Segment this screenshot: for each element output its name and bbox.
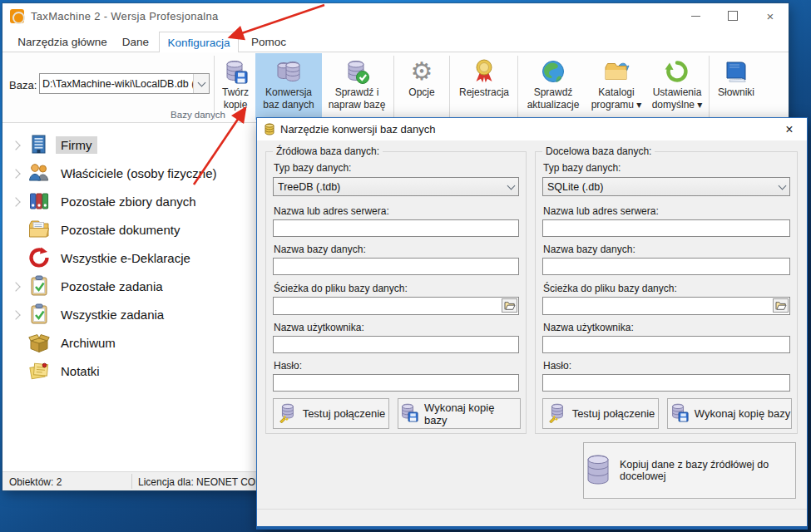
- database-selector-combobox[interactable]: D:\TaxMachine-wiki\LocalDB.db (: [39, 73, 210, 94]
- dialog-close-icon[interactable]: ×: [780, 121, 799, 139]
- source-test-connection-button[interactable]: Testuj połączenie: [273, 398, 389, 429]
- source-group-label: Źródłowa baza danych:: [273, 145, 383, 157]
- chevron-down-icon[interactable]: [193, 74, 209, 93]
- database-floppy-icon: [222, 57, 249, 86]
- database-selector-label: Baza:: [9, 79, 37, 91]
- database-check-icon: [344, 57, 370, 86]
- building-icon: [27, 133, 51, 156]
- ribbon-button-sprawdz-i-napraw-baze[interactable]: Sprawdź i napraw bazę: [324, 53, 390, 120]
- target-type-label: Typ bazy danych:: [543, 162, 621, 174]
- ribbon-button-katalogi-programu[interactable]: Katalogi programu ▾: [587, 53, 645, 120]
- book-icon: [723, 57, 749, 86]
- expand-chevron-icon[interactable]: [11, 169, 20, 178]
- source-user-label: Nazwa użytkownika:: [274, 322, 364, 333]
- chevron-down-icon[interactable]: [774, 178, 789, 195]
- source-server-input[interactable]: [273, 219, 519, 237]
- source-password-input[interactable]: [273, 374, 519, 392]
- target-path-input[interactable]: [542, 297, 790, 315]
- database-selector-value: D:\TaxMachine-wiki\LocalDB.db (: [40, 78, 193, 90]
- title-bar[interactable]: TaxMachine 2 - Wersja Profesjonalna ×: [2, 3, 789, 28]
- refresh-icon: [664, 57, 690, 86]
- ribbon-button-ustawienia-domyslne[interactable]: Ustawienia domyślne ▾: [647, 53, 707, 120]
- source-user-input[interactable]: [273, 336, 519, 353]
- ribbon-button-sprawdz-aktualizacje[interactable]: Sprawdź aktualizacje: [521, 53, 586, 120]
- archive-box-icon: [27, 331, 51, 354]
- target-path-label: Ścieżka do pliku bazy danych:: [543, 283, 677, 294]
- browse-folder-icon[interactable]: [502, 298, 517, 313]
- tree-item-pozostale-zadania[interactable]: Pozostałe zadania: [2, 273, 252, 301]
- chevron-down-icon[interactable]: [503, 178, 518, 195]
- dialog-title: Narzędzie konwersji baz danych: [280, 123, 435, 135]
- tree-item-wlasciciele[interactable]: Właściciele (osoby fizyczne): [2, 160, 252, 188]
- tab-narzedzia-glowne[interactable]: Narzędzia główne: [16, 32, 109, 52]
- tab-pomoc[interactable]: Pomoc: [242, 32, 295, 52]
- target-password-input[interactable]: [542, 374, 790, 392]
- target-type-combobox[interactable]: SQLite (.db): [542, 177, 790, 196]
- source-type-combobox[interactable]: TreeDB (.tdb): [273, 177, 519, 196]
- dialog-title-bar[interactable]: Narzędzie konwersji baz danych ×: [257, 118, 807, 140]
- source-path-input[interactable]: [273, 297, 519, 315]
- target-test-connection-button[interactable]: Testuj połączenie: [542, 398, 659, 429]
- database-gold-icon: [263, 122, 277, 136]
- globe-icon: [540, 57, 566, 86]
- expand-chevron-icon[interactable]: [11, 140, 20, 150]
- target-backup-button[interactable]: Wykonaj kopię bazy: [667, 398, 792, 429]
- tasks-icon: [27, 303, 51, 326]
- source-password-label: Hasło:: [274, 360, 302, 372]
- expand-chevron-icon[interactable]: [11, 282, 20, 291]
- ribbon-tab-row: Narzędzia główne Dane Konfiguracja Pomoc: [2, 28, 789, 52]
- status-license: Licencja dla: NEONET CON: [138, 476, 263, 488]
- target-server-input[interactable]: [542, 219, 790, 237]
- tab-dane[interactable]: Dane: [114, 32, 157, 52]
- app-logo-icon: [10, 9, 24, 23]
- notes-icon: [27, 359, 51, 382]
- ribbon-button-rejestracja[interactable]: Rejestracja: [452, 53, 516, 120]
- browse-folder-icon[interactable]: [773, 298, 789, 313]
- tree-item-pozostale-zbiory-danych[interactable]: Pozostałe zbiory danych: [2, 188, 252, 216]
- maximize-button[interactable]: [715, 3, 751, 28]
- ribbon-button-opcje[interactable]: ⚙ Opcje: [396, 53, 448, 120]
- people-icon: [27, 161, 51, 185]
- close-button[interactable]: ×: [752, 3, 789, 28]
- tab-konfiguracja[interactable]: Konfiguracja: [159, 32, 239, 53]
- tree-item-pozostale-dokumenty[interactable]: Pozostałe dokumenty: [2, 216, 252, 244]
- tree-item-firmy[interactable]: Firmy: [2, 131, 252, 160]
- folder-arrow-icon: [603, 57, 630, 86]
- target-password-label: Hasło:: [543, 360, 571, 372]
- source-dbname-label: Nazwa bazy danych:: [274, 244, 366, 255]
- source-database-group: Źródłowa baza danych: Typ bazy danych: T…: [265, 151, 527, 434]
- target-user-label: Nazwa użytkownika:: [543, 322, 634, 333]
- database-convert-icon: [274, 57, 303, 86]
- source-backup-button[interactable]: Wykonaj kopię bazy: [398, 398, 521, 429]
- database-icon: [584, 453, 612, 489]
- conversion-dialog: Narzędzie konwersji baz danych × Źródłow…: [256, 117, 808, 530]
- database-floppy-icon: [398, 401, 418, 426]
- source-dbname-input[interactable]: [273, 258, 519, 275]
- medal-icon: [472, 57, 497, 86]
- folder-documents-icon: [27, 218, 51, 241]
- binders-icon: [27, 190, 51, 213]
- tasks-icon: [27, 274, 51, 298]
- expand-chevron-icon[interactable]: [11, 310, 20, 319]
- target-database-group: Docelowa baza danych: Typ bazy danych: S…: [535, 151, 798, 434]
- source-path-label: Ścieżka do pliku bazy danych:: [274, 283, 408, 294]
- tree-item-wszystkie-zadania[interactable]: Wszystkie zadania: [2, 301, 252, 329]
- target-user-input[interactable]: [542, 336, 790, 353]
- database-plug-icon: [277, 401, 297, 426]
- status-objects-count: Obiektów: 2: [9, 476, 62, 488]
- window-title: TaxMachine 2 - Wersja Profesjonalna: [31, 10, 219, 22]
- target-server-label: Nazwa lub adres serwera:: [543, 205, 659, 217]
- expand-chevron-icon[interactable]: [11, 197, 20, 206]
- target-group-label: Docelowa baza danych:: [542, 145, 655, 157]
- tree-item-archiwum[interactable]: Archiwum: [2, 329, 252, 357]
- tree-item-wszystkie-e-deklaracje[interactable]: Wszystkie e-Deklaracje: [2, 244, 252, 273]
- target-dbname-input[interactable]: [542, 258, 790, 275]
- database-plug-icon: [546, 401, 566, 426]
- copy-data-button[interactable]: Kopiuj dane z bazy źródłówej do docelowe…: [583, 442, 796, 499]
- e-deklaracje-icon: [27, 246, 51, 269]
- database-floppy-icon: [669, 401, 689, 426]
- tree-item-notatki[interactable]: Notatki: [2, 357, 252, 386]
- target-dbname-label: Nazwa bazy danych:: [543, 244, 635, 255]
- ribbon-button-slowniki[interactable]: Słowniki: [711, 53, 761, 120]
- minimize-button[interactable]: [677, 3, 714, 28]
